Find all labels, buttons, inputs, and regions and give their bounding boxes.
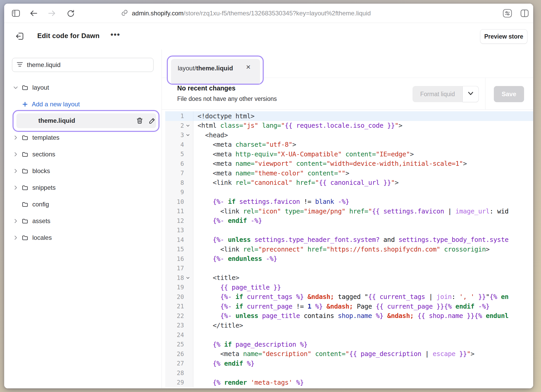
line-number: 26	[165, 351, 184, 357]
code-text: <meta charset="utf-8">	[193, 141, 296, 148]
fold-toggle-icon[interactable]	[184, 124, 192, 128]
folder-icon	[21, 201, 29, 208]
line-number: 28	[165, 370, 184, 376]
sidebar-folder-locales[interactable]: locales	[4, 229, 162, 246]
sidebar-folder-layout[interactable]: layout	[4, 79, 162, 96]
sidebar-item-theme-liquid[interactable]: theme.liquid	[16, 113, 156, 128]
code-line-20[interactable]: 20 {%- if current_tags %} &ndash; tagged…	[165, 292, 533, 302]
code-text: {{ page_title }}	[193, 284, 281, 291]
line-number: 7	[165, 170, 184, 176]
chevron-right-icon[interactable]	[13, 185, 19, 191]
gutter: 26	[165, 349, 193, 359]
code-line-2[interactable]: 2<html class="js" lang="{{ request.local…	[165, 121, 533, 131]
fold-toggle-icon[interactable]	[184, 276, 192, 280]
code-text: <meta name="description" content="{{ pag…	[193, 350, 474, 358]
close-tab-icon[interactable]: ×	[246, 63, 251, 71]
line-number: 24	[165, 332, 184, 338]
code-editor[interactable]: 1<!doctype html>2<html class="js" lang="…	[162, 110, 533, 388]
gutter: 9	[165, 187, 193, 197]
code-line-4[interactable]: 4 <meta charset="utf-8">	[165, 140, 533, 150]
filter-icon	[16, 62, 23, 68]
forward-icon[interactable]	[47, 8, 57, 18]
sidebar-folder-templates[interactable]: templates	[4, 129, 162, 146]
line-number: 27	[165, 360, 184, 367]
folder-icon	[21, 184, 29, 191]
gutter: 14	[165, 235, 193, 245]
exit-editor-icon[interactable]	[15, 32, 24, 42]
code-line-1[interactable]: 1<!doctype html>	[165, 111, 533, 121]
sidebar-folder-config[interactable]: config	[4, 196, 162, 213]
code-line-29[interactable]: 29 {% render 'meta-tags' %}	[165, 378, 533, 387]
code-line-8[interactable]: 8 <link rel="canonical" href="{{ canonic…	[165, 178, 533, 188]
chevron-right-icon[interactable]	[13, 134, 19, 141]
code-line-13[interactable]: 13	[165, 225, 533, 235]
code-line-3[interactable]: 3 <head>	[165, 130, 533, 140]
search-input[interactable]	[27, 61, 149, 69]
line-number: 4	[165, 141, 184, 148]
split-view-icon[interactable]	[520, 8, 530, 18]
chevron-right-icon[interactable]	[13, 218, 19, 224]
folder-label: assets	[32, 217, 50, 225]
chevron-down-icon[interactable]	[13, 84, 19, 91]
folder-icon	[21, 167, 29, 175]
delete-file-icon[interactable]	[136, 117, 144, 125]
code-line-25[interactable]: 25 {% if page_description %}	[165, 340, 533, 349]
chevron-right-icon[interactable]	[13, 168, 19, 174]
format-options-caret[interactable]	[463, 86, 479, 102]
code-line-9[interactable]: 9	[165, 187, 533, 197]
code-line-23[interactable]: 23 </title>	[165, 321, 533, 330]
gutter: 11	[165, 206, 193, 216]
fold-toggle-icon[interactable]	[184, 133, 192, 137]
code-text: <link rel="icon" type="image/png" href="…	[193, 207, 508, 215]
sidebar-toggle-icon[interactable]	[11, 8, 21, 18]
folder-label: templates	[32, 134, 59, 141]
code-line-17[interactable]: 17	[165, 264, 533, 273]
code-line-28[interactable]: 28	[165, 368, 533, 378]
gutter: 27	[165, 359, 193, 368]
code-line-7[interactable]: 7 <meta name="theme-color" content="">	[165, 168, 533, 178]
code-line-15[interactable]: 15 <link rel="preconnect" href="https://…	[165, 244, 533, 254]
overflow-menu-icon[interactable]: •••	[110, 30, 120, 39]
code-line-14[interactable]: 14 {%- unless settings.type_header_font.…	[165, 235, 533, 245]
gutter: 22	[165, 311, 193, 321]
gutter: 12	[165, 216, 193, 226]
code-line-22[interactable]: 22 {%- unless page_title contains shop.n…	[165, 311, 533, 321]
sidebar-folder-sections[interactable]: sections	[4, 146, 162, 163]
code-line-5[interactable]: 5 <meta http-equiv="X-UA-Compatible" con…	[165, 149, 533, 159]
chevron-right-icon[interactable]	[13, 151, 19, 157]
code-line-12[interactable]: 12 {%- endif -%}	[165, 216, 533, 226]
code-text: <link rel="preconnect" href="https://fon…	[193, 246, 490, 253]
format-liquid-button[interactable]: Format liquid	[413, 86, 479, 102]
preview-store-button[interactable]: Preview store	[480, 29, 527, 44]
folder-icon	[21, 217, 29, 225]
reload-icon[interactable]	[66, 8, 76, 18]
code-text: <meta name="viewport" content="width=dev…	[193, 160, 467, 167]
sidebar-folder-blocks[interactable]: blocks	[4, 163, 162, 179]
tab-theme-liquid[interactable]: layout/theme.liquid ×	[171, 59, 260, 84]
sidebar-folder-snippets[interactable]: snippets	[4, 179, 162, 196]
save-button[interactable]: Save	[494, 86, 524, 102]
code-line-27[interactable]: 27 {% endif %}	[165, 359, 533, 368]
browser-settings-icon[interactable]	[502, 8, 512, 18]
code-line-6[interactable]: 6 <meta name="viewport" content="width=d…	[165, 159, 533, 169]
folder-icon	[21, 151, 29, 158]
file-search[interactable]	[12, 58, 153, 72]
code-line-24[interactable]: 24	[165, 330, 533, 340]
code-text: <meta name="theme-color" content="">	[193, 169, 349, 177]
code-line-10[interactable]: 10 {%- if settings.favicon != blank -%}	[165, 197, 533, 207]
back-icon[interactable]	[29, 8, 39, 18]
code-line-21[interactable]: 21 {%- if current_page != 1 %} &ndash; P…	[165, 302, 533, 311]
code-line-19[interactable]: 19 {{ page_title }}	[165, 283, 533, 292]
chevron-right-icon[interactable]	[13, 235, 19, 241]
code-line-16[interactable]: 16 {%- endunless -%}	[165, 254, 533, 264]
code-line-18[interactable]: 18 <title>	[165, 273, 533, 283]
code-line-11[interactable]: 11 <link rel="icon" type="image/png" hre…	[165, 206, 533, 216]
sidebar-file-theme-liquid-slot[interactable]: theme.liquid	[4, 113, 162, 129]
folder-label: locales	[32, 234, 52, 241]
rename-file-icon[interactable]	[148, 117, 156, 125]
sidebar-folder-assets[interactable]: assets	[4, 213, 162, 229]
code-lines: 1<!doctype html>2<html class="js" lang="…	[165, 111, 533, 387]
code-line-26[interactable]: 26 <meta name="description" content="{{ …	[165, 349, 533, 359]
url-bar[interactable]: admin.shopify.com/store/rzq1xu-f5/themes…	[121, 4, 371, 23]
line-number: 29	[165, 379, 184, 386]
